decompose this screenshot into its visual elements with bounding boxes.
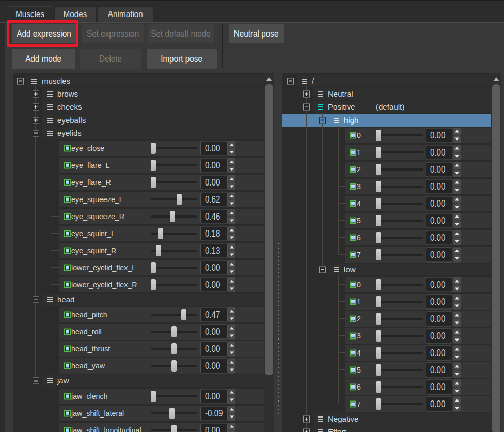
tree-slider-row[interactable]: 70.00	[282, 246, 501, 263]
muscle-checkbox[interactable]	[64, 230, 71, 237]
slider-track[interactable]	[376, 220, 423, 222]
muscle-slider[interactable]	[151, 191, 197, 208]
spin-up-button[interactable]	[228, 260, 235, 268]
spin-down-button[interactable]	[228, 396, 235, 404]
slider-track[interactable]	[151, 181, 197, 183]
muscle-slider[interactable]	[376, 161, 423, 178]
slider-handle[interactable]	[156, 245, 161, 256]
value-spinbox[interactable]: 0.00	[200, 141, 228, 156]
value-spinbox[interactable]: 0.00	[426, 277, 452, 292]
tree-group-row[interactable]: brows	[13, 87, 274, 100]
tree-slider-row[interactable]: lower_eyelid_flex_L0.00	[13, 259, 274, 276]
tree-slider-row[interactable]: head_roll0.00	[13, 323, 274, 341]
value-spinbox[interactable]: 0.00	[426, 295, 452, 310]
tree-slider-row[interactable]: eye_flare_L0.00	[13, 157, 274, 174]
muscle-slider[interactable]	[151, 140, 197, 157]
value-spinbox[interactable]: 0.00	[426, 380, 452, 395]
slider-handle[interactable]	[376, 296, 381, 307]
tab-animation[interactable]: Animation	[97, 6, 153, 22]
spin-down-button[interactable]	[228, 149, 235, 156]
spin-up-button[interactable]	[453, 196, 461, 203]
value-spinbox[interactable]: 0.13	[200, 243, 228, 258]
value-spinbox[interactable]: 0.00	[426, 179, 452, 194]
value-spinbox[interactable]: 0.00	[200, 389, 228, 404]
spin-up-button[interactable]	[228, 277, 235, 285]
slider-handle[interactable]	[158, 228, 163, 239]
slider-track[interactable]	[376, 168, 423, 171]
spin-down-button[interactable]	[228, 183, 235, 190]
value-spinbox[interactable]: 0.00	[200, 260, 228, 275]
value-spinbox[interactable]: 0.00	[426, 213, 452, 228]
tree-slider-row[interactable]: eye_close0.00	[13, 140, 274, 157]
muscle-checkbox[interactable]	[350, 384, 356, 391]
spin-down-button[interactable]	[228, 234, 235, 241]
tree-group-row[interactable]: high	[282, 114, 501, 127]
tree-slider-row[interactable]: 60.00	[282, 379, 501, 396]
value-spinbox[interactable]: 0.00	[426, 397, 452, 412]
neutral-pose-button[interactable]: Neutral pose	[229, 24, 284, 43]
slider-track[interactable]	[376, 369, 423, 371]
slider-handle[interactable]	[376, 330, 381, 342]
muscle-slider[interactable]	[151, 242, 197, 259]
spin-down-button[interactable]	[453, 405, 461, 412]
tree-slider-row[interactable]: 10.00	[282, 294, 501, 311]
collapse-toggle-icon[interactable]	[33, 130, 39, 136]
muscle-checkbox[interactable]	[350, 217, 356, 224]
muscle-checkbox[interactable]	[350, 166, 356, 173]
collapse-toggle-icon[interactable]	[319, 117, 326, 124]
spin-up-button[interactable]	[453, 329, 461, 336]
spin-down-button[interactable]	[453, 221, 461, 228]
expand-toggle-icon[interactable]	[33, 90, 39, 97]
spin-up-button[interactable]	[228, 192, 235, 199]
slider-track[interactable]	[376, 318, 423, 320]
tree-group-row[interactable]: Effort	[282, 426, 501, 432]
slider-handle[interactable]	[376, 313, 381, 325]
slider-handle[interactable]	[376, 130, 381, 141]
slider-handle[interactable]	[376, 381, 381, 393]
spin-up-button[interactable]	[453, 380, 461, 387]
spin-up-button[interactable]	[228, 226, 235, 234]
scroll-up-arrow-icon[interactable]	[266, 77, 272, 81]
muscle-slider[interactable]	[151, 306, 197, 323]
tree-slider-row[interactable]: 50.00	[282, 212, 501, 229]
muscle-slider[interactable]	[151, 259, 197, 276]
spin-down-button[interactable]	[453, 204, 461, 211]
spin-up-button[interactable]	[453, 247, 461, 254]
spin-down-button[interactable]	[453, 388, 461, 395]
slider-handle[interactable]	[171, 360, 177, 372]
value-spinbox[interactable]: 0.00	[426, 128, 452, 143]
slider-track[interactable]	[376, 284, 423, 286]
tree-group-row[interactable]: Positive(default)	[282, 101, 501, 114]
value-spinbox[interactable]: 0.00	[426, 145, 452, 160]
muscle-checkbox[interactable]	[64, 196, 71, 203]
slider-track[interactable]	[151, 284, 197, 286]
slider-track[interactable]	[376, 186, 423, 188]
slider-handle[interactable]	[177, 194, 182, 205]
muscle-slider[interactable]	[376, 276, 423, 294]
tree-slider-row[interactable]: 30.00	[282, 178, 501, 195]
tree-slider-row[interactable]: jaw_shift_longitudinal0.00	[13, 422, 274, 432]
slider-track[interactable]	[376, 134, 423, 136]
slider-handle[interactable]	[170, 211, 175, 222]
muscle-checkbox[interactable]	[350, 350, 356, 357]
tree-slider-row[interactable]: 00.00	[282, 127, 501, 144]
spin-up-button[interactable]	[453, 346, 461, 353]
muscle-slider[interactable]	[151, 174, 197, 191]
muscle-slider[interactable]	[376, 345, 423, 362]
tree-group-row[interactable]: low	[282, 263, 501, 276]
slider-handle[interactable]	[376, 398, 381, 410]
slider-handle[interactable]	[376, 198, 381, 209]
spin-down-button[interactable]	[228, 315, 235, 322]
slider-track[interactable]	[376, 237, 423, 239]
slider-handle[interactable]	[151, 160, 156, 171]
slider-track[interactable]	[151, 198, 197, 200]
spin-down-button[interactable]	[453, 353, 461, 361]
tree-slider-row[interactable]: jaw_shift_lateral-0.09	[13, 405, 274, 422]
slider-handle[interactable]	[376, 279, 381, 290]
expand-toggle-icon[interactable]	[303, 90, 310, 97]
slider-track[interactable]	[151, 267, 197, 269]
muscle-slider[interactable]	[376, 178, 423, 195]
spin-up-button[interactable]	[453, 397, 461, 404]
value-spinbox[interactable]: 0.00	[200, 359, 228, 374]
slider-track[interactable]	[376, 352, 423, 354]
